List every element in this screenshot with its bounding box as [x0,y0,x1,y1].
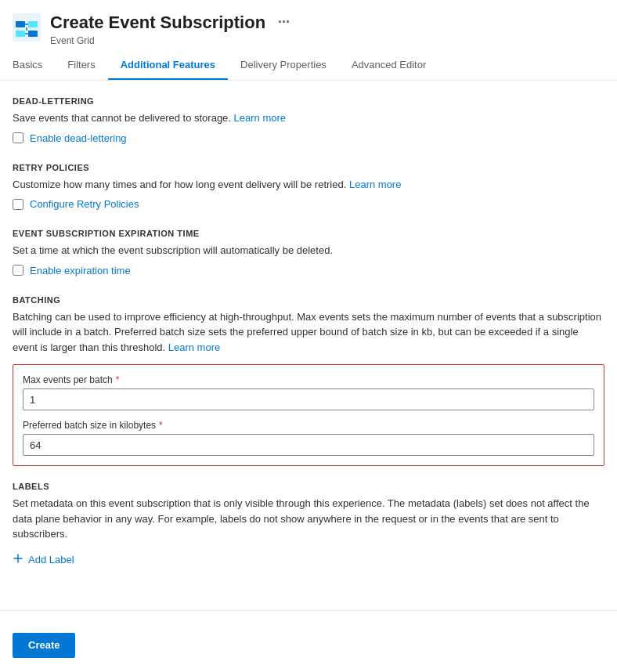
retry-policies-checkbox-row: Configure Retry Policies [13,198,604,210]
batch-size-input[interactable] [23,434,594,456]
retry-policies-title: RETRY POLICIES [13,163,604,172]
svg-rect-1 [16,21,25,27]
retry-policies-desc: Customize how many times and for how lon… [13,177,604,193]
tab-bar: Basics Filters Additional Features Deliv… [0,51,617,81]
retry-policies-section: RETRY POLICIES Customize how many times … [13,163,604,211]
retry-policies-checkbox-label[interactable]: Configure Retry Policies [30,198,139,210]
tab-delivery-properties[interactable]: Delivery Properties [228,51,339,80]
dead-lettering-checkbox-row: Enable dead-lettering [13,132,604,144]
expiration-desc: Set a time at which the event subscripti… [13,243,604,258]
labels-section: LABELS Set metadata on this event subscr… [13,482,604,569]
tab-filters[interactable]: Filters [55,51,107,80]
page-title-text: Create Event Subscription [50,13,265,33]
tab-additional-features[interactable]: Additional Features [108,51,228,80]
max-events-label: Max events per batch * [23,374,594,385]
labels-desc: Set metadata on this event subscription … [13,496,604,542]
expiration-title: EVENT SUBSCRIPTION EXPIRATION TIME [13,229,604,238]
dead-lettering-section: DEAD-LETTERING Save events that cannot b… [13,96,604,144]
max-events-field-group: Max events per batch * [23,374,594,410]
batching-desc: Batching can be used to improve efficien… [13,309,604,356]
create-button[interactable]: Create [13,633,75,658]
labels-title: LABELS [13,482,604,491]
batching-section: BATCHING Batching can be used to improve… [13,295,604,467]
batching-fields-container: Max events per batch * Preferred batch s… [13,364,604,466]
dead-lettering-checkbox-label[interactable]: Enable dead-lettering [30,132,127,144]
add-label-button-text: Add Label [28,554,74,565]
event-grid-icon [13,13,41,44]
expiration-checkbox-row: Enable expiration time [13,265,604,276]
svg-rect-4 [28,31,38,37]
dead-lettering-checkbox[interactable] [13,132,23,143]
footer: Create [0,623,617,667]
main-content: DEAD-LETTERING Save events that cannot b… [0,81,617,604]
dead-lettering-learn-more[interactable]: Learn more [234,112,286,124]
max-events-required: * [116,374,120,385]
max-events-input[interactable] [23,388,594,410]
batching-learn-more[interactable]: Learn more [168,341,220,353]
page-title: Create Event Subscription ··· [50,11,604,34]
batching-title: BATCHING [13,295,604,305]
retry-policies-learn-more[interactable]: Learn more [349,179,401,190]
batch-size-field-group: Preferred batch size in kilobytes * [23,420,594,456]
dead-lettering-desc: Save events that cannot be delivered to … [13,110,604,126]
dead-lettering-title: DEAD-LETTERING [13,96,604,106]
svg-rect-2 [28,21,38,27]
add-label-icon [13,553,23,566]
header-text-block: Create Event Subscription ··· Event Grid [50,11,604,46]
expiration-checkbox[interactable] [13,265,23,276]
tab-basics[interactable]: Basics [13,51,55,80]
expiration-section: EVENT SUBSCRIPTION EXPIRATION TIME Set a… [13,229,604,276]
footer-divider [0,610,617,611]
expiration-checkbox-label[interactable]: Enable expiration time [30,265,131,276]
page-header: Create Event Subscription ··· Event Grid [0,0,617,51]
page-subtitle: Event Grid [50,35,604,46]
retry-policies-checkbox[interactable] [13,199,23,210]
add-label-button[interactable]: Add Label [13,550,74,569]
svg-rect-3 [16,31,25,37]
batch-size-label: Preferred batch size in kilobytes * [23,420,594,431]
more-options-button[interactable]: ··· [272,11,296,34]
batch-size-required: * [159,420,163,431]
tab-advanced-editor[interactable]: Advanced Editor [339,51,438,80]
